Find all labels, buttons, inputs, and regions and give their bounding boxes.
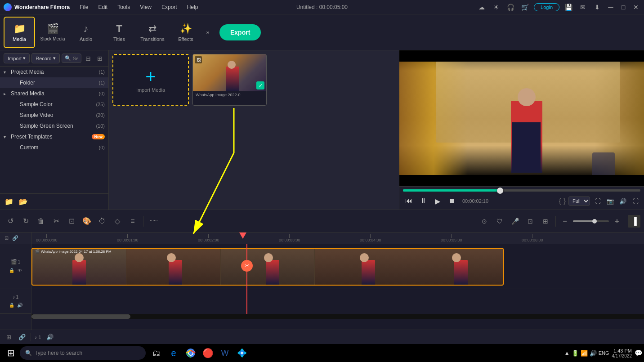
menu-edit[interactable]: Edit bbox=[94, 2, 112, 12]
custom-item[interactable]: Custom (0) bbox=[0, 142, 108, 153]
project-media-count: (1) bbox=[99, 69, 105, 75]
link-btn[interactable]: 🔗 bbox=[11, 234, 20, 243]
notification-icon[interactable]: 💬 bbox=[635, 349, 642, 357]
audio-lock-btn[interactable]: 🔒 bbox=[8, 301, 15, 308]
audio-mute-track-btn[interactable]: 🔊 bbox=[45, 332, 55, 342]
timeline-pip-btn[interactable]: ⊡ bbox=[524, 215, 537, 228]
step-back-btn[interactable]: ⏸ bbox=[417, 195, 429, 207]
menu-tools[interactable]: Tools bbox=[113, 2, 134, 12]
timeline-effects-btn[interactable]: ⊙ bbox=[478, 215, 491, 228]
fullscreen-icon[interactable]: ⛶ bbox=[593, 196, 603, 206]
project-media-item[interactable]: ▾ Project Media (1) bbox=[0, 67, 108, 77]
stock-media-tool-btn[interactable]: 🎬 Stock Media bbox=[37, 17, 68, 48]
cloud-icon[interactable]: ☁ bbox=[476, 2, 487, 13]
track-add-video-btn[interactable]: ⊞ bbox=[4, 332, 13, 342]
menu-file[interactable]: File bbox=[75, 2, 93, 12]
menu-help[interactable]: Help bbox=[183, 2, 203, 12]
taskbar-explorer[interactable]: 🗂 bbox=[148, 345, 165, 361]
add-media-btn[interactable]: 📁 bbox=[4, 197, 14, 207]
delete-btn[interactable]: 🗑 bbox=[34, 215, 48, 228]
export-button[interactable]: Export bbox=[219, 24, 261, 40]
save-icon[interactable]: 💾 bbox=[563, 2, 574, 13]
timeline-split-btn[interactable]: ⊞ bbox=[539, 215, 552, 228]
screenshot-icon[interactable]: 📷 bbox=[605, 196, 615, 206]
audio-tool-btn[interactable]: ♪ Audio bbox=[70, 17, 102, 48]
timeline-mic-btn[interactable]: 🎤 bbox=[509, 215, 521, 228]
close-button[interactable]: ✕ bbox=[631, 3, 640, 12]
taskbar-search[interactable]: 🔍 Type here to search bbox=[20, 346, 146, 360]
titles-tool-btn[interactable]: T Titles bbox=[103, 17, 135, 48]
grid-view-icon[interactable]: ⊞ bbox=[95, 54, 105, 63]
minimize-button[interactable]: ─ bbox=[606, 3, 615, 12]
timeline-handle[interactable]: ▐ bbox=[628, 215, 640, 228]
prev-frame-btn[interactable]: ⏮ bbox=[403, 195, 415, 207]
timeline-shield-btn[interactable]: 🛡 bbox=[493, 215, 506, 228]
media-tool-btn[interactable]: 📁 Media bbox=[4, 17, 35, 48]
zoom-slider[interactable] bbox=[573, 220, 609, 222]
import-media-placeholder[interactable]: + Import Media bbox=[112, 54, 189, 106]
zoom-out-btn[interactable]: − bbox=[559, 216, 570, 227]
menu-view[interactable]: View bbox=[135, 2, 156, 12]
progress-bar-fill bbox=[403, 189, 500, 192]
sun-icon[interactable]: ☀ bbox=[491, 2, 501, 13]
undo-btn[interactable]: ↺ bbox=[4, 215, 17, 228]
stop-btn[interactable]: ⏹ bbox=[446, 195, 458, 207]
filter-icon[interactable]: ⊟ bbox=[83, 54, 93, 63]
snap-btn[interactable]: ⊡ bbox=[2, 234, 11, 243]
start-button[interactable]: ⊞ bbox=[2, 344, 20, 362]
taskbar-edge[interactable]: e bbox=[165, 345, 182, 361]
video-lock-btn[interactable]: 🔒 bbox=[8, 267, 15, 274]
preset-templates-item[interactable]: ▾ Preset Templates New bbox=[0, 131, 108, 142]
sample-green-screen-item[interactable]: Sample Green Screen (10) bbox=[0, 121, 108, 131]
video-eye-btn[interactable]: 👁 bbox=[16, 267, 23, 274]
download-icon[interactable]: ⬇ bbox=[592, 2, 603, 13]
sample-color-item[interactable]: Sample Color (25) bbox=[0, 99, 108, 110]
zoom-in-btn[interactable]: + bbox=[612, 216, 622, 227]
import-button[interactable]: Import ▾ bbox=[4, 53, 30, 63]
taskbar-network[interactable]: 📶 bbox=[581, 350, 588, 357]
effects-tool-btn[interactable]: ✨ Effects bbox=[170, 17, 201, 48]
waveform-btn[interactable]: 〰 bbox=[147, 215, 161, 228]
cut-btn[interactable]: ✂ bbox=[49, 215, 63, 228]
taskbar-word[interactable]: W bbox=[217, 345, 233, 361]
keyframe-btn[interactable]: ◇ bbox=[111, 215, 124, 228]
track-link-btn[interactable]: 🔗 bbox=[17, 332, 27, 342]
crop-btn[interactable]: ⊡ bbox=[65, 215, 78, 228]
cart-icon[interactable]: 🛒 bbox=[519, 2, 530, 13]
search-input[interactable] bbox=[73, 56, 78, 61]
timeline-status: ⊞ 🔗 ♪ 1 🔊 bbox=[0, 330, 644, 344]
whatsapp-clip[interactable]: 🖼 ✓ WhatsApp Image 2022-0... bbox=[192, 54, 267, 106]
shared-media-item[interactable]: ▸ Shared Media (0) bbox=[0, 88, 108, 99]
effects-icon: ✨ bbox=[180, 23, 192, 35]
timeline-scrollbar[interactable] bbox=[31, 314, 644, 319]
speed-btn[interactable]: ⏱ bbox=[95, 215, 109, 228]
taskbar-app5[interactable]: 💠 bbox=[234, 345, 250, 361]
play-btn[interactable]: ▶ bbox=[432, 195, 443, 207]
add-folder-btn[interactable]: 📂 bbox=[18, 197, 29, 207]
mail-icon[interactable]: ✉ bbox=[577, 2, 588, 13]
record-button[interactable]: Record ▾ bbox=[31, 53, 59, 63]
headphone-icon[interactable]: 🎧 bbox=[505, 2, 516, 13]
transitions-tool-btn[interactable]: ⇄ Transitions bbox=[137, 17, 168, 48]
expand-toolbar-btn[interactable]: » bbox=[203, 21, 212, 44]
taskbar-volume[interactable]: 🔊 bbox=[590, 350, 597, 357]
redo-btn[interactable]: ↻ bbox=[19, 215, 32, 228]
color-btn[interactable]: 🎨 bbox=[80, 215, 94, 228]
taskbar-edge2[interactable]: 🔴 bbox=[200, 345, 216, 361]
progress-bar-container[interactable] bbox=[403, 189, 640, 192]
taskbar-battery[interactable]: 🔋 bbox=[572, 350, 579, 357]
audio-mute-btn[interactable]: 🔊 bbox=[16, 301, 23, 308]
media-icon: 📁 bbox=[13, 23, 26, 35]
taskbar-chrome[interactable] bbox=[183, 345, 199, 361]
quality-select[interactable]: Full1/21/4 bbox=[568, 197, 590, 206]
folder-item[interactable]: Folder (1) bbox=[0, 77, 108, 88]
maximize-button[interactable]: □ bbox=[619, 3, 628, 12]
taskbar-up-arrow[interactable]: ▲ bbox=[564, 350, 570, 356]
audio-adjust-btn[interactable]: ≡ bbox=[126, 215, 139, 228]
video-clip[interactable]: 🎬 WhatsApp Image 2022-04-17 at 1.08.28 P… bbox=[31, 248, 504, 286]
login-button[interactable]: Login bbox=[534, 3, 559, 11]
menu-export[interactable]: Export bbox=[157, 2, 182, 12]
speaker-icon[interactable]: 🔊 bbox=[618, 196, 628, 206]
more-options-icon[interactable]: ⛶ bbox=[631, 196, 640, 206]
sample-video-item[interactable]: Sample Video (20) bbox=[0, 110, 108, 121]
